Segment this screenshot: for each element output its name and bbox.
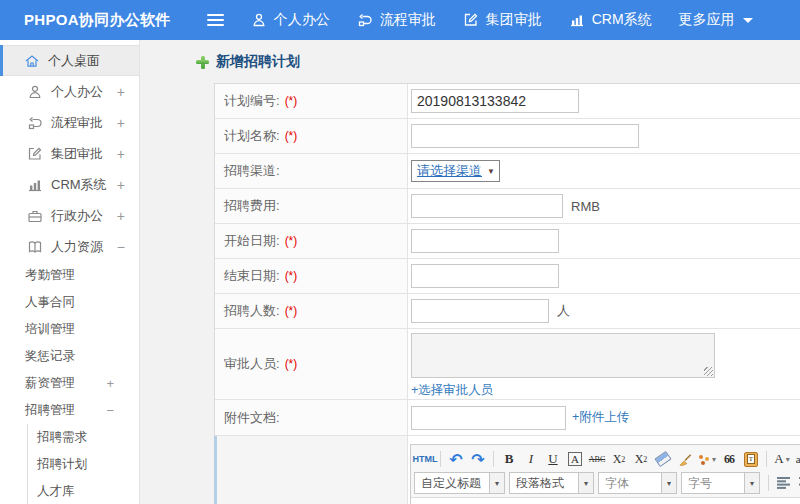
- sidebar-item-desktop[interactable]: 个人桌面: [0, 45, 139, 76]
- expand-icon[interactable]: +: [117, 177, 125, 193]
- sidebar-item-recruit-plan[interactable]: 招聘计划: [28, 451, 139, 478]
- undo-button[interactable]: ↶: [446, 449, 466, 469]
- plan-number-input[interactable]: [411, 89, 579, 113]
- clipboard-icon: T: [744, 452, 758, 467]
- rich-text-editor: HTML ↶ ↷ B I U A ABC X2: [410, 444, 800, 504]
- sidebar-item-workflow-approval[interactable]: 流程审批 +: [0, 107, 139, 138]
- caret-down-icon: ▾: [489, 473, 504, 493]
- caret-down-icon: ▾: [744, 473, 759, 493]
- edit-icon: [463, 12, 479, 28]
- headcount-input[interactable]: [411, 299, 549, 323]
- menu-icon[interactable]: [207, 14, 224, 26]
- underline-button[interactable]: U: [543, 449, 563, 469]
- resize-grip-icon[interactable]: [704, 367, 713, 376]
- nav-item-crm[interactable]: CRM系统: [569, 11, 652, 29]
- paragraph-format-dropdown[interactable]: 段落格式▾: [509, 472, 594, 494]
- format-brush-button[interactable]: [675, 449, 695, 469]
- superscript-button[interactable]: X2: [609, 449, 629, 469]
- subscript-button[interactable]: X2: [631, 449, 651, 469]
- sidebar-item-recruit-demand[interactable]: 招聘需求: [28, 424, 139, 451]
- form-row-end-date: 结束日期:(*): [215, 259, 800, 294]
- paste-text-button[interactable]: T: [741, 449, 761, 469]
- expand-icon[interactable]: +: [117, 146, 125, 162]
- sidebar-item-rewards[interactable]: 奖惩记录: [0, 343, 139, 370]
- edit-icon: [27, 146, 43, 162]
- editor-content-area[interactable]: [411, 498, 800, 504]
- sidebar-item-talent-pool[interactable]: 人才库: [28, 478, 139, 504]
- channel-select[interactable]: 请选择渠道 ▼: [411, 160, 500, 182]
- font-size-dropdown[interactable]: 字号▾: [681, 472, 760, 494]
- font-border-button[interactable]: A: [565, 449, 585, 469]
- expand-icon[interactable]: +: [106, 370, 114, 397]
- background-color-button[interactable]: ab▾: [794, 449, 800, 469]
- form-row-editor: HTML ↶ ↷ B I U A ABC X2: [215, 436, 800, 504]
- italic-button[interactable]: I: [521, 449, 541, 469]
- sidebar-item-recruit-mgmt[interactable]: 招聘管理−: [0, 397, 139, 424]
- eraser-icon: [654, 451, 671, 467]
- sidebar-item-training[interactable]: 培训管理: [0, 316, 139, 343]
- attachment-input[interactable]: [411, 406, 566, 430]
- nav-item-label: 更多应用: [679, 11, 735, 29]
- custom-title-dropdown[interactable]: 自定义标题▾: [414, 472, 505, 494]
- collapse-icon[interactable]: −: [117, 239, 125, 255]
- nav-item-workflow-approval[interactable]: 流程审批: [357, 11, 436, 29]
- form-row-plan-name: 计划名称:(*): [215, 119, 800, 154]
- redo-button[interactable]: ↷: [468, 449, 488, 469]
- auto-typeset-button[interactable]: ▾: [697, 449, 717, 469]
- remove-format-button[interactable]: [653, 449, 673, 469]
- sidebar-item-crm[interactable]: CRM系统 +: [0, 169, 139, 200]
- caret-down-icon: ▾: [661, 473, 676, 493]
- field-label: 审批人员:: [224, 355, 280, 373]
- caret-down-icon: ▾: [578, 473, 593, 493]
- field-label: 开始日期:: [224, 232, 280, 250]
- sidebar-item-admin-office[interactable]: 行政办公 +: [0, 200, 139, 231]
- caret-down-icon: ▼: [487, 167, 495, 176]
- font-color-button[interactable]: A▾: [772, 449, 792, 469]
- attachment-upload-link[interactable]: +附件上传: [572, 409, 629, 426]
- start-date-input[interactable]: [411, 229, 559, 253]
- fee-input[interactable]: [411, 194, 563, 218]
- strikethrough-button[interactable]: ABC: [587, 449, 607, 469]
- nav-item-group-approval[interactable]: 集团审批: [463, 11, 542, 29]
- expand-icon[interactable]: +: [117, 84, 125, 100]
- sidebar-item-salary[interactable]: 薪资管理+: [0, 370, 139, 397]
- recruit-plan-form: 计划编号:(*) 计划名称:(*) 招聘渠道: 请选择渠道 ▼: [214, 83, 800, 504]
- main-content: 新增招聘计划 计划编号:(*) 计划名称:(*) 招聘渠道:: [141, 40, 800, 504]
- sidebar-item-hr-contract[interactable]: 人事合同: [0, 289, 139, 316]
- end-date-input[interactable]: [411, 264, 559, 288]
- user-icon: [251, 12, 267, 28]
- expand-icon[interactable]: +: [117, 115, 125, 131]
- plan-name-input[interactable]: [411, 124, 639, 148]
- align-center-button[interactable]: [796, 473, 800, 493]
- sidebar-item-hr[interactable]: 人力资源 −: [0, 231, 139, 262]
- blockquote-button[interactable]: 66: [719, 449, 739, 469]
- brush-icon: [678, 452, 693, 467]
- select-approvers-link[interactable]: +选择审批人员: [411, 382, 493, 399]
- briefcase-icon: [27, 208, 43, 224]
- expand-icon[interactable]: +: [117, 208, 125, 224]
- nav-item-personal-office[interactable]: 个人办公: [251, 11, 330, 29]
- font-family-dropdown[interactable]: 字体▾: [598, 472, 677, 494]
- sidebar: 个人桌面 个人办公 + 流程审批 + 集团审批 +: [0, 40, 140, 504]
- collapse-icon[interactable]: −: [106, 397, 114, 424]
- approvers-textarea[interactable]: [411, 333, 715, 378]
- sidebar-item-personal-office[interactable]: 个人办公 +: [0, 76, 139, 107]
- align-left-button[interactable]: [774, 473, 794, 493]
- flow-icon: [27, 115, 43, 131]
- sidebar-item-label: CRM系统: [51, 176, 107, 194]
- sidebar-item-label: 人力资源: [51, 238, 103, 256]
- nav-item-more-apps[interactable]: 更多应用: [679, 11, 753, 29]
- recruit-submenu: 招聘需求 招聘计划 人才库: [27, 424, 139, 504]
- field-label: 结束日期:: [224, 267, 280, 285]
- caret-down-icon: ▾: [786, 455, 790, 464]
- form-row-approvers: 审批人员:(*) +选择审批人员: [215, 329, 800, 400]
- editor-toolbar: HTML ↶ ↷ B I U A ABC X2: [411, 445, 800, 498]
- sidebar-item-group-approval[interactable]: 集团审批 +: [0, 138, 139, 169]
- source-code-button[interactable]: HTML: [415, 449, 435, 469]
- sidebar-item-label: 集团审批: [51, 145, 103, 163]
- top-nav: PHPOA协同办公软件 个人办公 流程审批 集团审批 CRM系统: [0, 0, 800, 40]
- form-row-attachment: 附件文档: +附件上传: [215, 400, 800, 436]
- sidebar-item-attendance[interactable]: 考勤管理: [0, 262, 139, 289]
- field-label: 招聘渠道:: [224, 162, 280, 180]
- bold-button[interactable]: B: [499, 449, 519, 469]
